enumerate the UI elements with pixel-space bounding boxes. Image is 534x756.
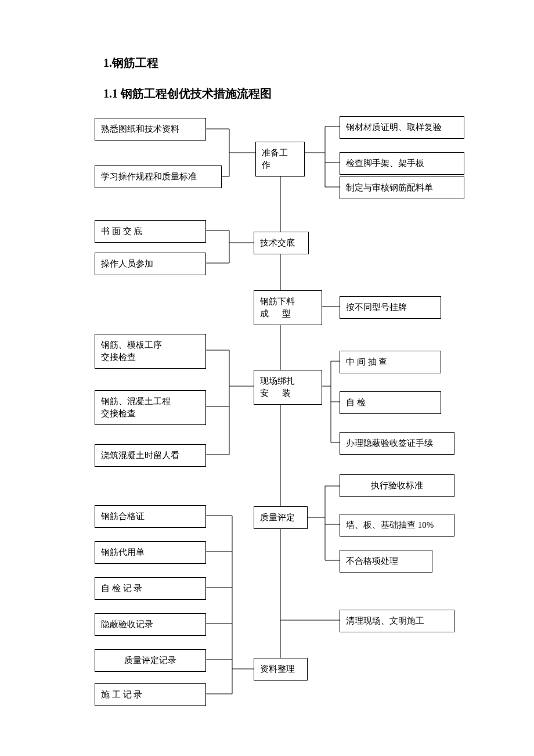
node-exec-std-text: 执行验收标准	[371, 480, 423, 492]
node-site-binding-text: 现场绑扎安 装	[260, 376, 295, 398]
node-material-cert: 钢材材质证明、取样复验	[340, 116, 464, 139]
node-exec-std: 执行验收标准	[340, 474, 454, 497]
node-prep: 准备工作	[255, 142, 305, 177]
node-mid-check: 中 间 抽 查	[340, 351, 441, 373]
node-make-check: 制定与审核钢筋配料单	[340, 177, 464, 199]
node-wall-slab: 墙、板、基础抽查 10%	[340, 514, 454, 537]
node-prep-text: 准备工作	[262, 148, 288, 170]
heading-1: 1.钢筋工程	[103, 55, 158, 71]
node-rebar-form-text: 钢筋、模板工序交接检查	[101, 340, 162, 362]
node-site-binding: 现场绑扎安 装	[254, 370, 322, 405]
node-cert: 钢筋合格证	[95, 505, 206, 528]
node-doc-collate: 资料整理	[254, 658, 308, 681]
node-wall-slab-text: 墙、板、基础抽查 10%	[346, 519, 434, 531]
node-learn-spec: 学习操作规程和质量标准	[95, 165, 222, 188]
node-hidden-sign: 办理隐蔽验收签证手续	[340, 432, 454, 455]
node-const-rec-text: 施 工 记 录	[101, 689, 142, 701]
node-cert-text: 钢筋合格证	[101, 510, 145, 523]
node-fail-handle: 不合格项处理	[340, 550, 432, 573]
node-pour-watch: 浇筑混凝土时留人看	[95, 444, 206, 467]
node-sub-slip-text: 钢筋代用单	[101, 546, 145, 559]
node-learn-spec-text: 学习操作规程和质量标准	[101, 171, 197, 183]
node-rebar-cut: 钢筋下料成 型	[254, 290, 322, 325]
node-familiar: 熟悉图纸和技术资料	[95, 118, 206, 141]
node-rebar-cut-text: 钢筋下料成 型	[260, 297, 295, 318]
node-rebar-form: 钢筋、模板工序交接检查	[95, 334, 206, 369]
node-self-rec: 自 检 记 录	[95, 577, 206, 600]
node-qual-rec-text: 质量评定记录	[124, 654, 176, 667]
node-tech-disclosure: 技术交底	[254, 232, 309, 254]
node-quality-eval: 质量评定	[254, 506, 308, 529]
node-tech-disclosure-text: 技术交底	[260, 237, 295, 249]
node-written-text: 书 面 交 底	[101, 225, 142, 237]
node-self-rec-text: 自 检 记 录	[101, 582, 142, 595]
node-operators: 操作人员参加	[95, 253, 206, 275]
node-make-check-text: 制定与审核钢筋配料单	[346, 182, 433, 194]
node-operators-text: 操作人员参加	[101, 258, 153, 270]
node-pour-watch-text: 浇筑混凝土时留人看	[101, 449, 179, 462]
node-material-cert-text: 钢材材质证明、取样复验	[346, 121, 442, 134]
node-hang-tag-text: 按不同型号挂牌	[346, 301, 407, 314]
node-hidden-rec: 隐蔽验收记录	[95, 613, 206, 636]
node-rebar-concrete-text: 钢筋、混凝土工程交接检查	[101, 397, 171, 418]
node-hidden-sign-text: 办理隐蔽验收签证手续	[346, 437, 433, 449]
node-self-check-text: 自 检	[346, 397, 366, 409]
node-fail-handle-text: 不合格项处理	[346, 555, 398, 567]
node-doc-collate-text: 资料整理	[260, 663, 295, 675]
node-written: 书 面 交 底	[95, 220, 206, 243]
node-rebar-concrete: 钢筋、混凝土工程交接检查	[95, 390, 206, 425]
node-familiar-text: 熟悉图纸和技术资料	[101, 123, 179, 135]
node-scaffold: 检查脚手架、架手板	[340, 152, 464, 175]
node-mid-check-text: 中 间 抽 查	[346, 356, 387, 368]
node-clean-site: 清理现场、文明施工	[340, 610, 454, 632]
node-hidden-rec-text: 隐蔽验收记录	[101, 618, 153, 631]
node-sub-slip: 钢筋代用单	[95, 541, 206, 564]
node-qual-rec: 质量评定记录	[95, 649, 206, 672]
node-const-rec: 施 工 记 录	[95, 683, 206, 706]
heading-2: 1.1 钢筋工程创优技术措施流程图	[103, 86, 272, 102]
node-clean-site-text: 清理现场、文明施工	[346, 615, 424, 627]
node-hang-tag: 按不同型号挂牌	[340, 296, 441, 319]
node-scaffold-text: 检查脚手架、架手板	[346, 157, 424, 170]
node-quality-eval-text: 质量评定	[260, 512, 295, 524]
node-self-check: 自 检	[340, 391, 441, 414]
